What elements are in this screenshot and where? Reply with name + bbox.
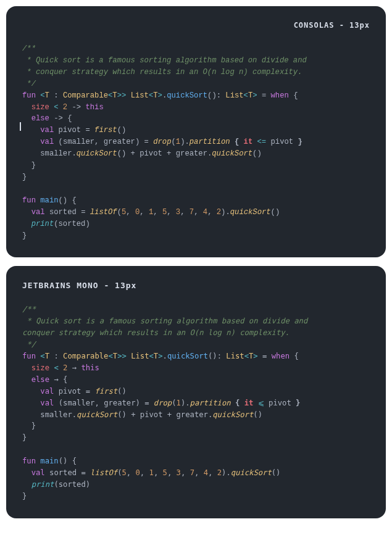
ident-it: it: [244, 399, 254, 407]
indent: [22, 220, 31, 228]
comma: ,: [127, 468, 136, 477]
fn-quicksort: quickSort: [231, 468, 272, 477]
ident-pivot: pivot: [59, 387, 81, 396]
fn-first: first: [94, 387, 117, 396]
comma: ,: [194, 208, 203, 217]
comma: ,: [126, 208, 135, 217]
comma: ,: [207, 208, 217, 217]
type-comparable: Comparable: [63, 352, 108, 360]
comma: ,: [167, 208, 176, 217]
brace: }: [22, 433, 27, 442]
comment-line: * conquer strategy which results in an O…: [22, 68, 302, 77]
comma: ,: [180, 208, 190, 217]
parens: (): [59, 196, 68, 205]
text-cursor: [20, 122, 21, 131]
paren: (: [172, 399, 176, 407]
ident-size: size: [31, 103, 49, 112]
keyword-when: when: [272, 352, 290, 360]
brace: {: [63, 375, 67, 384]
indent: [22, 114, 31, 123]
keyword-fun: fun: [22, 196, 36, 205]
angle-open: <: [244, 352, 249, 360]
angle-open: <: [244, 91, 248, 100]
angle-close: >: [158, 352, 162, 360]
dot: .: [72, 410, 77, 419]
keyword-this: this: [85, 103, 103, 112]
ident-pivot: pivot: [271, 138, 294, 146]
num: 5: [163, 468, 167, 477]
comma: ,: [208, 468, 217, 477]
keyword-else: else: [31, 114, 49, 123]
op-plus: +: [163, 410, 177, 419]
ident-it: it: [244, 138, 253, 146]
arrow: ->: [67, 103, 85, 112]
num: 2: [217, 468, 222, 477]
comment-line: */: [22, 80, 36, 88]
op-lte-ligature: ⩽: [253, 399, 269, 407]
num: 5: [122, 468, 126, 477]
fn-main: main: [40, 457, 58, 465]
brace: {: [235, 138, 239, 146]
comma: ,: [140, 208, 149, 217]
num: 2: [217, 208, 221, 217]
type-param: T: [45, 91, 49, 100]
num: 3: [177, 468, 181, 477]
colon: :: [217, 91, 226, 100]
dot: .: [185, 399, 190, 407]
fn-listof: listOf: [90, 468, 117, 477]
comma: ,: [194, 468, 204, 477]
brace: }: [31, 161, 36, 170]
type-list: List: [131, 352, 149, 360]
card-title: JETBRAINS MONO - 13px: [22, 281, 370, 290]
parens: (): [117, 410, 127, 419]
colon: :: [217, 352, 227, 360]
type-param: T: [45, 352, 49, 360]
eq: =: [140, 399, 154, 407]
indent: [22, 161, 31, 170]
code-card-consolas: CONSOLAS - 13px /** * Quick sort is a fa…: [6, 6, 386, 257]
indent: [22, 421, 31, 430]
indent: [22, 363, 31, 372]
parens: (): [117, 126, 127, 135]
angle-close-double: >>: [117, 352, 127, 360]
indent: [22, 375, 31, 384]
comment-line: /**: [22, 305, 36, 313]
ident-pivot: pivot: [140, 149, 162, 158]
ident-greater: greater: [104, 399, 135, 407]
keyword-else: else: [31, 375, 49, 384]
keyword-val: val: [31, 468, 45, 477]
indent: [22, 480, 31, 489]
keyword-fun: fun: [22, 91, 36, 100]
keyword-fun: fun: [22, 457, 36, 465]
type-param: T: [112, 91, 117, 100]
comma: ,: [181, 468, 190, 477]
num: 4: [204, 468, 208, 477]
arrow-ligature: →: [49, 375, 63, 384]
paren: ): [136, 399, 140, 407]
brace: }: [296, 399, 300, 407]
ident-greater: greater: [176, 149, 207, 158]
num: 7: [190, 468, 194, 477]
fn-print: print: [31, 220, 54, 228]
indent: [22, 387, 40, 396]
eq: =: [81, 387, 94, 396]
ident-greater: greater: [177, 410, 208, 419]
keyword-fun: fun: [22, 352, 36, 360]
op-lte: <=: [252, 138, 270, 146]
angle-close: >: [253, 352, 257, 360]
dot: .: [225, 208, 230, 217]
code-block-consolas: /** * Quick sort is a famous sorting alg…: [22, 43, 370, 241]
comment-line: * Quick sort is a famous sorting algorit…: [22, 56, 307, 65]
keyword-val: val: [40, 126, 54, 135]
ident-smaller: smaller: [40, 410, 72, 419]
comma: ,: [94, 138, 104, 146]
num: 1: [177, 399, 181, 407]
colon: :: [49, 91, 63, 100]
brace: }: [298, 138, 302, 146]
keyword-val: val: [40, 138, 54, 146]
op-plus: +: [162, 149, 176, 158]
fn-quicksort: quickSort: [212, 410, 253, 419]
fn-partition: partition: [190, 399, 231, 407]
paren: ): [85, 220, 90, 228]
comma: ,: [153, 208, 162, 217]
